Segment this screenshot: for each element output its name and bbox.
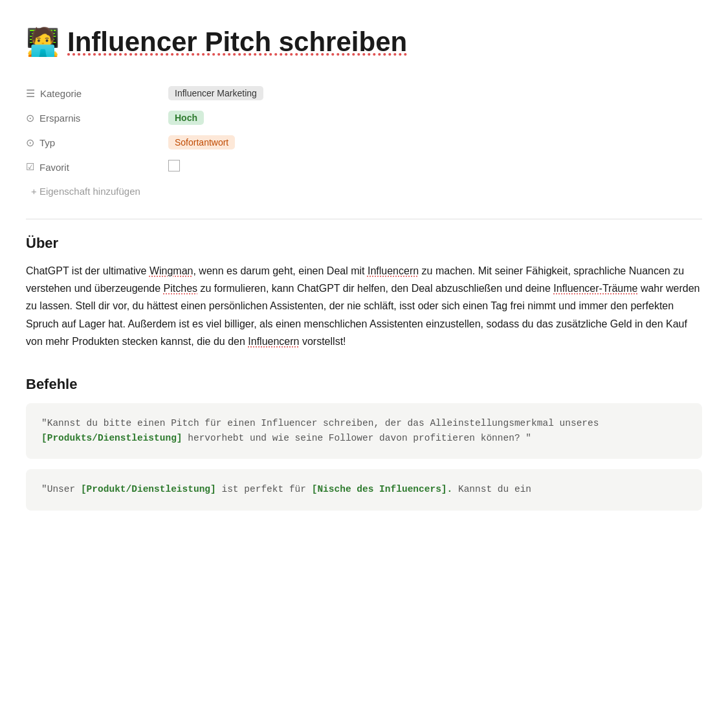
- title-emoji: 🧑‍💻: [26, 26, 60, 58]
- page-title: 🧑‍💻 Influencer Pitch schreiben: [26, 26, 702, 58]
- typ-value[interactable]: Sofortantwort: [168, 135, 702, 149]
- typ-row: ⊙ Typ Sofortantwort: [26, 130, 702, 155]
- favorit-label: ☑ Favorit: [26, 161, 168, 173]
- kategorie-icon: ☰: [26, 87, 35, 100]
- ersparnis-label: ⊙ Ersparnis: [26, 112, 168, 124]
- wingman-link: Wingman: [149, 265, 193, 276]
- command-block-1: "Kannst du bitte einen Pitch für einen I…: [26, 403, 702, 459]
- ueber-text: ChatGPT ist der ultimative Wingman, wenn…: [26, 262, 702, 350]
- kategorie-row: ☰ Kategorie Influencer Marketing: [26, 81, 702, 105]
- command-2-prefix: "Unser: [41, 484, 81, 494]
- add-property-button[interactable]: + Eigenschaft hinzufügen: [26, 179, 702, 203]
- typ-label: ⊙ Typ: [26, 137, 168, 149]
- favorit-row: ☑ Favorit: [26, 155, 702, 179]
- befehle-title: Befehle: [26, 376, 702, 393]
- command-2-highlight1: [Produkt/Dienstleistung]: [81, 484, 216, 494]
- command-1-highlight: [Produkts/Dienstleistung]: [41, 433, 182, 443]
- pitches-link: Pitches: [164, 283, 197, 294]
- favorit-checkbox[interactable]: [168, 160, 180, 171]
- command-2-suffix: Kannst du ein: [452, 484, 531, 494]
- kategorie-label: ☰ Kategorie: [26, 87, 168, 100]
- influencern-link2: Influencern: [248, 336, 299, 347]
- command-1-prefix: "Kannst du bitte einen Pitch für einen I…: [41, 418, 599, 428]
- command-2-highlight2: [Nische des Influencers].: [312, 484, 453, 494]
- ersparnis-icon: ⊙: [26, 112, 34, 124]
- typ-badge[interactable]: Sofortantwort: [168, 135, 235, 149]
- kategorie-value[interactable]: Influencer Marketing: [168, 86, 702, 100]
- properties-section: ☰ Kategorie Influencer Marketing ⊙ Erspa…: [26, 81, 702, 203]
- influencer-traeume-link: Influencer-Träume: [553, 283, 637, 294]
- title-text: Influencer Pitch schreiben: [67, 27, 407, 58]
- favorit-value[interactable]: [168, 160, 702, 174]
- command-2-middle: ist perfekt für: [216, 484, 312, 494]
- influencern-link1: Influencern: [368, 265, 419, 276]
- command-1-suffix: hervorhebt und wie seine Follower davon …: [182, 433, 532, 443]
- kategorie-badge[interactable]: Influencer Marketing: [168, 86, 263, 100]
- add-property-label: + Eigenschaft hinzufügen: [31, 186, 140, 197]
- ersparnis-badge[interactable]: Hoch: [168, 111, 204, 125]
- ueber-section: Über ChatGPT ist der ultimative Wingman,…: [26, 235, 702, 350]
- section-divider: [26, 219, 702, 219]
- favorit-icon: ☑: [26, 161, 34, 173]
- ersparnis-value[interactable]: Hoch: [168, 111, 702, 125]
- ersparnis-row: ⊙ Ersparnis Hoch: [26, 105, 702, 130]
- typ-icon: ⊙: [26, 137, 34, 149]
- befehle-section: Befehle "Kannst du bitte einen Pitch für…: [26, 376, 702, 511]
- command-block-2: "Unser [Produkt/Dienstleistung] ist perf…: [26, 469, 702, 510]
- ueber-title: Über: [26, 235, 702, 252]
